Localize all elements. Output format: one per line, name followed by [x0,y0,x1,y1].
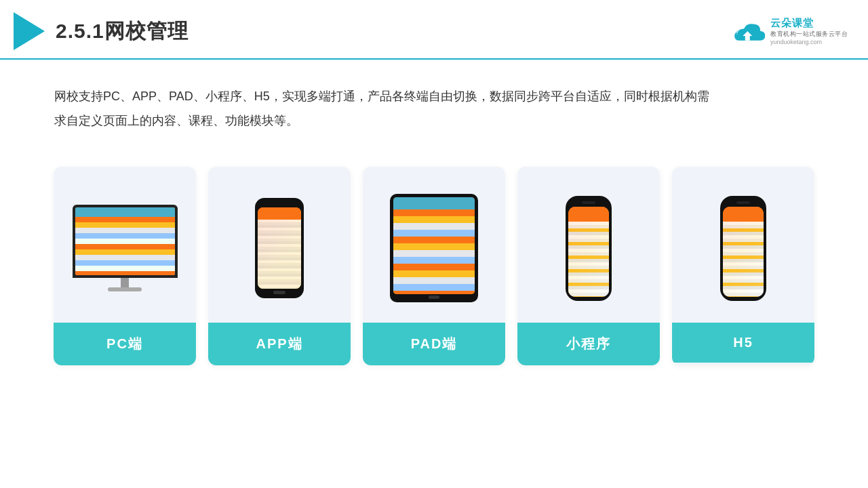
card-h5-label: H5 [672,323,814,363]
card-pc: PC端 [54,167,196,365]
phone-tall-icon-h5 [720,196,766,301]
card-miniapp: 小程序 [517,167,660,365]
card-miniapp-image [517,167,660,323]
cards-container: PC端 APP端 PAD端 [0,153,868,386]
brand-logo: 云朵课堂 教育机构一站式服务云平台 yunduoketang.com [731,17,848,45]
description-text: 网校支持PC、APP、PAD、小程序、H5，实现多端打通，产品各终端自由切换，数… [0,60,746,146]
brand-text: 云朵课堂 教育机构一站式服务云平台 yunduoketang.com [770,17,848,45]
logo-triangle-icon [14,12,45,50]
cloud-icon [731,19,766,43]
card-pc-image [54,167,196,323]
tablet-icon [390,194,478,302]
card-app-image [208,167,351,323]
card-pad: PAD端 [363,167,505,365]
brand-slogan: 教育机构一站式服务云平台 [770,30,848,39]
header: 2.5.1网校管理 云朵课堂 教育机构一站式服务云平台 yunduoketang… [0,0,868,60]
page-title: 2.5.1网校管理 [56,18,189,45]
monitor-icon [73,205,178,291]
brand-url: yunduoketang.com [770,39,822,45]
card-app-label: APP端 [208,323,351,365]
card-app: APP端 [208,167,351,365]
phone-icon [255,198,304,298]
card-miniapp-label: 小程序 [517,323,660,365]
card-pad-label: PAD端 [363,323,505,365]
card-h5-image [672,167,814,323]
header-right: 云朵课堂 教育机构一站式服务云平台 yunduoketang.com [731,17,848,45]
brand-name: 云朵课堂 [770,17,814,30]
header-left: 2.5.1网校管理 [14,12,189,50]
card-h5: H5 [672,167,814,365]
phone-tall-icon-miniapp [566,196,612,301]
card-pad-image [363,167,505,323]
card-pc-label: PC端 [54,323,196,365]
